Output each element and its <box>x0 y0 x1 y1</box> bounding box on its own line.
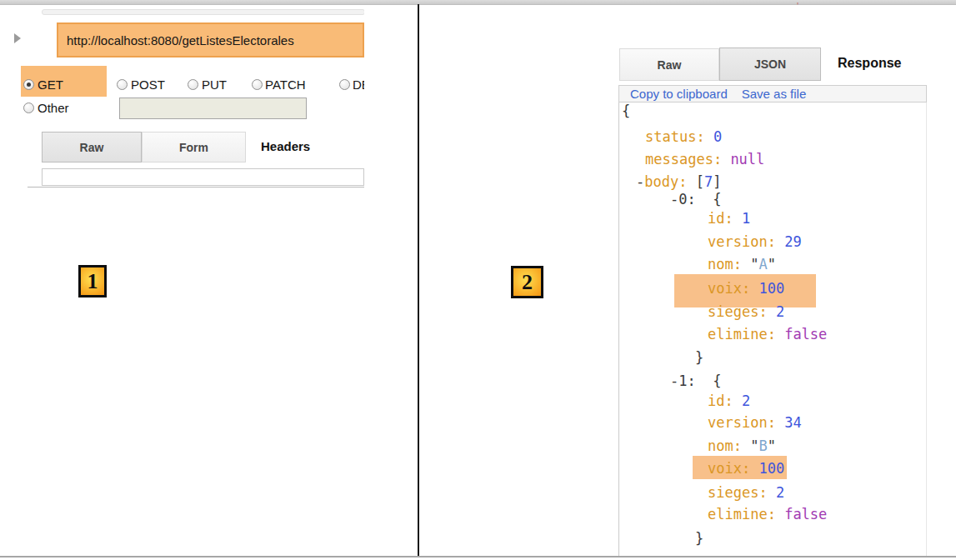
save-as-file-link[interactable]: Save as file <box>742 87 807 101</box>
radio-patch[interactable] <box>252 79 263 90</box>
method-label-post[interactable]: POST <box>131 78 165 92</box>
json-line: nom: "B" <box>708 438 776 454</box>
json-line: voix: 100 <box>708 460 784 477</box>
annotation-marker-1-label: 1 <box>88 269 98 294</box>
json-line: -0: { <box>670 191 721 208</box>
json-line: version: 34 <box>708 414 802 431</box>
json-line: -1: { <box>670 372 721 389</box>
tab-raw-request[interactable]: Raw <box>42 132 142 162</box>
tab-raw-response-label: Raw <box>658 58 682 72</box>
tab-raw-response[interactable]: Raw <box>619 48 719 81</box>
tab-form-request-label: Form <box>179 141 208 154</box>
radio-delete[interactable] <box>339 79 350 90</box>
json-line: id: 1 <box>708 210 750 227</box>
method-label-put[interactable]: PUT <box>202 78 227 92</box>
radio-get[interactable] <box>23 79 34 90</box>
json-line: id: 2 <box>708 392 750 409</box>
artifact-mark: ' <box>797 1 798 11</box>
json-line: elimine: false <box>708 326 827 342</box>
response-toolbar: Copy to clipboard Save as file <box>618 85 927 102</box>
expander-arrow-icon[interactable] <box>14 33 21 43</box>
method-label-patch[interactable]: PATCH <box>265 78 306 92</box>
tab-headers[interactable]: Headers <box>261 139 310 153</box>
tab-json-response[interactable]: JSON <box>719 48 821 81</box>
radio-post[interactable] <box>117 79 128 90</box>
other-method-input[interactable] <box>119 98 307 119</box>
annotation-marker-2: 2 <box>511 266 543 298</box>
json-line: messages: null <box>645 151 764 168</box>
annotation-marker-1: 1 <box>78 265 107 298</box>
json-line: { <box>622 102 630 119</box>
tab-response[interactable]: Response <box>838 56 901 71</box>
tab-raw-request-label: Raw <box>80 141 104 154</box>
json-line: voix: 100 <box>708 280 784 297</box>
response-json-body: {status: 0messages: null-body: [7]-0: {i… <box>618 102 927 557</box>
method-label-get[interactable]: GET <box>38 78 63 92</box>
json-line: -body: [7] <box>636 173 721 190</box>
annotation-marker-2-label: 2 <box>522 270 533 295</box>
json-line: } <box>695 530 703 547</box>
json-line: elimine: false <box>708 506 827 522</box>
get-method-highlight <box>21 66 107 97</box>
json-line: sieges: 2 <box>708 303 784 320</box>
json-line: version: 29 <box>708 233 802 250</box>
panel-divider <box>418 4 419 556</box>
url-text: http://localhost:8080/getListesElectoral… <box>67 33 294 48</box>
tab-form-request[interactable]: Form <box>142 132 246 162</box>
request-panel: http://localhost:8080/getListesElectoral… <box>0 0 364 550</box>
collapsed-section-bar[interactable] <box>42 9 364 15</box>
url-input[interactable]: http://localhost:8080/getListesElectoral… <box>57 22 364 58</box>
radio-put[interactable] <box>188 79 198 90</box>
section-divider <box>28 187 364 188</box>
copy-to-clipboard-link[interactable]: Copy to clipboard <box>630 87 728 101</box>
method-label-other[interactable]: Other <box>38 101 69 115</box>
bottom-rule <box>0 556 956 558</box>
screen: ' http://localhost:8080/getListesElector… <box>0 0 956 560</box>
json-line: nom: "A" <box>708 256 776 272</box>
request-body-input[interactable] <box>42 168 364 186</box>
json-line: } <box>695 349 703 366</box>
json-line: status: 0 <box>645 128 722 145</box>
tab-json-response-label: JSON <box>754 58 786 71</box>
json-line: sieges: 2 <box>708 484 784 501</box>
method-label-delete[interactable]: DELETE <box>353 78 364 92</box>
radio-other[interactable] <box>23 102 34 113</box>
